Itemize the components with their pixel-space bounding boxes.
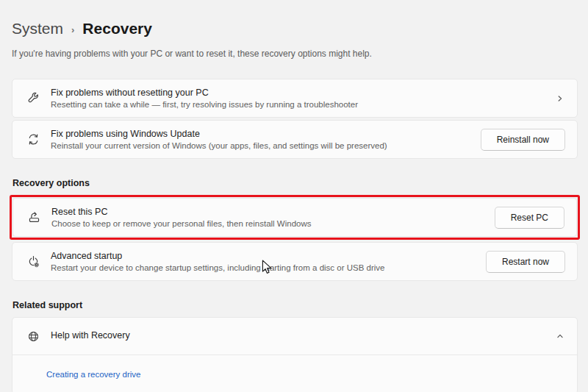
globe-icon	[27, 330, 40, 343]
restart-now-button[interactable]: Restart now	[486, 251, 565, 273]
breadcrumb-chevron-icon: ›	[71, 24, 74, 35]
breadcrumb-system[interactable]: System	[12, 20, 63, 38]
card-title: Advanced startup	[51, 251, 486, 261]
section-recovery-options: Recovery options	[12, 178, 578, 188]
red-annotation-box: Reset this PC Choose to keep or remove y…	[10, 195, 580, 240]
card-troubleshoot[interactable]: Fix problems without resetting your PC R…	[12, 79, 578, 118]
card-title: Reset this PC	[51, 207, 495, 217]
card-subtitle: Reinstall your current version of Window…	[51, 141, 481, 150]
help-title-wrap: Help with Recovery	[51, 330, 555, 343]
page-description: If you're having problems with your PC o…	[12, 49, 578, 59]
card-reset-pc-text: Reset this PC Choose to keep or remove y…	[51, 207, 495, 228]
page-title: Recovery	[82, 20, 152, 38]
recovery-settings-page: System › Recovery If you're having probl…	[0, 20, 588, 392]
chevron-right-icon	[555, 93, 565, 104]
power-gear-icon	[27, 255, 40, 268]
help-link-row: Creating a recovery drive	[12, 355, 577, 392]
card-title: Fix problems without resetting your PC	[51, 88, 555, 98]
card-windows-update: Fix problems using Windows Update Reinst…	[12, 120, 578, 159]
card-subtitle: Choose to keep or remove your personal f…	[51, 219, 495, 228]
card-help-with-recovery: Help with Recovery Creating a recovery d…	[12, 317, 578, 392]
card-title: Help with Recovery	[51, 330, 555, 341]
card-reset-pc: Reset this PC Choose to keep or remove y…	[12, 198, 577, 237]
help-expander-header[interactable]: Help with Recovery	[12, 318, 577, 354]
creating-recovery-drive-link[interactable]: Creating a recovery drive	[46, 370, 140, 379]
card-subtitle: Restart your device to change startup se…	[51, 263, 486, 272]
top-cards: Fix problems without resetting your PC R…	[12, 79, 578, 159]
card-troubleshoot-text: Fix problems without resetting your PC R…	[51, 88, 555, 109]
section-related-support: Related support	[12, 300, 578, 310]
reset-pc-button[interactable]: Reset PC	[495, 207, 564, 229]
card-title: Fix problems using Windows Update	[51, 129, 481, 139]
chevron-up-icon	[555, 331, 565, 341]
card-windows-update-text: Fix problems using Windows Update Reinst…	[51, 129, 481, 150]
card-subtitle: Resetting can take a while — first, try …	[51, 100, 555, 109]
card-advanced-startup: Advanced startup Restart your device to …	[12, 242, 578, 281]
reinstall-now-button[interactable]: Reinstall now	[481, 129, 565, 151]
sync-icon	[27, 133, 40, 146]
wrench-icon	[27, 92, 40, 104]
card-advanced-startup-text: Advanced startup Restart your device to …	[51, 251, 486, 272]
breadcrumb: System › Recovery	[12, 20, 578, 38]
reset-pc-icon	[28, 211, 40, 224]
